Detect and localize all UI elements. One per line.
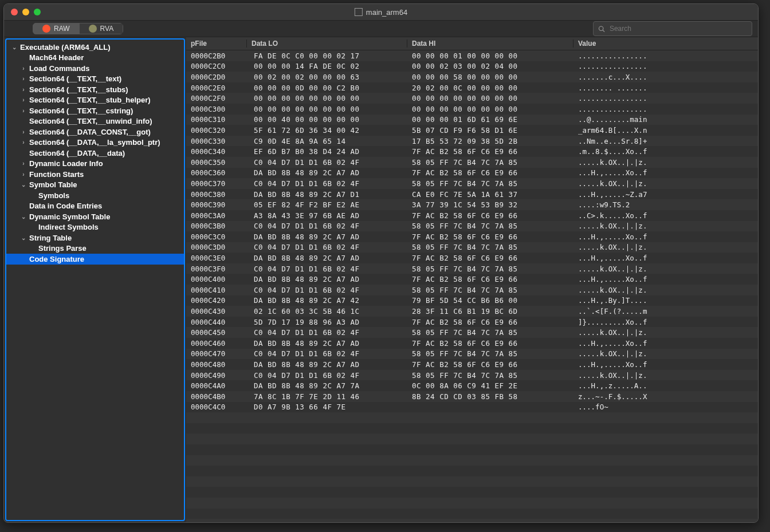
chevron-right-icon[interactable]: › <box>20 139 27 145</box>
table-row[interactable]: 0000C3D0C0 04 D7 D1 D1 6B 02 4F58 05 FF … <box>186 242 758 253</box>
table-row[interactable]: 0000C4C0D0 A7 9B 13 66 4F 7E....fO~ <box>186 402 758 413</box>
table-row[interactable]: 0000C30000 00 00 00 00 00 00 0000 00 00 … <box>186 104 758 115</box>
sidebar[interactable]: ⌄Executable (ARM64_ALL)Mach64 Header›Loa… <box>5 38 185 521</box>
cell-data-hi: 7F AC B2 58 6F C6 E9 66 <box>407 211 573 220</box>
tree-item[interactable]: Mach64 Header <box>6 53 184 64</box>
tree-item[interactable]: Symbols <box>6 190 184 201</box>
table-row[interactable]: 0000C330C9 0D 4E 8A 9A 65 1417 B5 53 72 … <box>186 136 758 147</box>
zoom-icon[interactable] <box>34 9 41 15</box>
table-row[interactable]: 0000C480DA BD 8B 48 89 2C A7 AD7F AC B2 … <box>186 359 758 370</box>
table-row[interactable] <box>186 444 758 455</box>
table-row[interactable]: 0000C4405D 7D 17 19 88 96 A3 AD7F AC B2 … <box>186 317 758 328</box>
table-row[interactable]: 0000C2E000 00 00 0D 00 00 C2 B020 02 00 … <box>186 82 758 93</box>
col-value[interactable]: Value <box>573 40 758 48</box>
raw-button[interactable]: RAW <box>33 23 80 34</box>
table-row[interactable]: 0000C43002 1C 60 03 3C 5B 46 1C28 3F 11 … <box>186 306 758 317</box>
tree-item[interactable]: ⌄Executable (ARM64_ALL) <box>6 42 184 53</box>
table-row[interactable] <box>186 423 758 434</box>
close-icon[interactable] <box>11 9 18 15</box>
table-row[interactable] <box>186 509 758 519</box>
tree-item[interactable]: ⌄Dynamic Symbol Table <box>6 211 184 222</box>
rva-button[interactable]: RVA <box>80 23 124 34</box>
chevron-down-icon[interactable]: ⌄ <box>20 235 27 241</box>
table-row[interactable]: 0000C360DA BD 8B 48 89 2C A7 AD7F AC B2 … <box>186 168 758 179</box>
tree-item[interactable]: ›Section64 (__DATA,__la_symbol_ptr) <box>6 137 184 148</box>
tree-item[interactable]: ⌄String Table <box>6 232 184 243</box>
table-row[interactable]: 0000C3A0A3 8A 43 3E 97 6B AE AD7F AC B2 … <box>186 210 758 221</box>
table-row[interactable]: 0000C380DA BD 8B 48 89 2C A7 D1CA E0 FC … <box>186 189 758 200</box>
chevron-right-icon[interactable]: › <box>20 160 27 167</box>
tree-item-label: Section64 (__TEXT,__stub_helper) <box>29 96 151 104</box>
table-row[interactable]: 0000C2D000 02 00 02 00 00 00 6300 00 00 … <box>186 72 758 82</box>
chevron-right-icon[interactable]: › <box>20 76 27 82</box>
table-row[interactable]: 0000C400DA BD 8B 48 89 2C A7 AD7F AC B2 … <box>186 274 758 285</box>
table-row[interactable]: 0000C3C0DA BD 8B 48 89 2C A7 AD7F AC B2 … <box>186 231 758 242</box>
chevron-right-icon[interactable]: › <box>20 86 27 93</box>
tree-item[interactable]: Strings Parse <box>6 243 184 254</box>
column-headers: pFile Data LO Data HI Value <box>186 37 758 50</box>
table-row[interactable]: 0000C39005 EF 82 4F F2 BF E2 AE3A 77 39 … <box>186 199 758 210</box>
chevron-right-icon[interactable]: › <box>20 129 27 135</box>
chevron-right-icon[interactable]: › <box>20 171 27 178</box>
chevron-down-icon[interactable]: ⌄ <box>20 214 27 220</box>
tree-item[interactable]: ›Load Commands <box>6 63 184 74</box>
chevron-down-icon[interactable]: ⌄ <box>20 182 27 188</box>
chevron-right-icon[interactable]: › <box>20 108 27 114</box>
cell-value: .m..8.$....Xo..f <box>573 147 758 156</box>
tree-item[interactable]: ›Dynamic Loader Info <box>6 159 184 170</box>
table-row[interactable]: 0000C340EF 6D B7 B0 38 D4 24 AD7F AC B2 … <box>186 146 758 157</box>
table-row[interactable]: 0000C370C0 04 D7 D1 D1 6B 02 4F58 05 FF … <box>186 178 758 189</box>
tree-item[interactable]: ⌄Symbol Table <box>6 180 184 191</box>
table-row[interactable]: 0000C2B0FA DE 0C C0 00 00 02 1700 00 00 … <box>186 50 758 61</box>
table-row[interactable] <box>186 466 758 476</box>
tree-item[interactable]: Code Signature <box>6 254 184 265</box>
table-row[interactable]: 0000C4A0DA BD 8B 48 89 2C A7 7A0C 00 8A … <box>186 380 758 391</box>
table-row[interactable]: 0000C31000 00 40 00 00 00 00 0000 00 00 … <box>186 115 758 125</box>
tree-item[interactable]: ›Section64 (__TEXT,__cstring) <box>6 105 184 116</box>
hex-rows[interactable]: 0000C2B0FA DE 0C C0 00 00 02 1700 00 00 … <box>186 50 758 522</box>
table-row[interactable]: 0000C420DA BD 8B 48 89 2C A7 4279 BF 5D … <box>186 295 758 306</box>
chevron-down-icon[interactable]: ⌄ <box>11 44 18 50</box>
table-row[interactable]: 0000C3205F 61 72 6D 36 34 00 425B 07 CD … <box>186 125 758 136</box>
table-row[interactable] <box>186 498 758 509</box>
tree-item[interactable]: Section64 (__TEXT,__unwind_info) <box>6 116 184 127</box>
tree-item[interactable]: ›Section64 (__TEXT,__text) <box>6 74 184 85</box>
table-row[interactable]: 0000C460DA BD 8B 48 89 2C A7 AD7F AC B2 … <box>186 338 758 349</box>
col-data-hi[interactable]: Data HI <box>407 40 573 48</box>
table-row[interactable] <box>186 476 758 487</box>
table-row[interactable]: 0000C3B0C0 04 D7 D1 D1 6B 02 4F58 05 FF … <box>186 221 758 232</box>
chevron-right-icon[interactable]: › <box>20 65 27 72</box>
table-row[interactable] <box>186 487 758 498</box>
tree-item[interactable]: Data in Code Entries <box>6 201 184 212</box>
tree-item[interactable]: Section64 (__DATA,__data) <box>6 148 184 159</box>
tree-item[interactable]: ›Section64 (__TEXT,__stub_helper) <box>6 95 184 106</box>
table-row[interactable] <box>186 412 758 423</box>
table-row[interactable]: 0000C410C0 04 D7 D1 D1 6B 02 4F58 05 FF … <box>186 285 758 295</box>
tree-item[interactable]: ›Function Starts <box>6 169 184 180</box>
table-row[interactable] <box>186 519 758 522</box>
cell-pfile: 0000C3E0 <box>186 254 247 262</box>
tree-item[interactable]: Indirect Symbols <box>6 222 184 233</box>
col-pfile[interactable]: pFile <box>186 40 247 48</box>
table-row[interactable]: 0000C350C0 04 D7 D1 D1 6B 02 4F58 05 FF … <box>186 157 758 168</box>
table-row[interactable]: 0000C3E0DA BD 8B 48 89 2C A7 AD7F AC B2 … <box>186 253 758 263</box>
table-row[interactable]: 0000C4B07A 8C 1B 7F 7E 2D 11 468B 24 CD … <box>186 391 758 402</box>
table-row[interactable]: 0000C2C000 00 00 14 FA DE 0C 0200 00 02 … <box>186 61 758 72</box>
cell-pfile: 0000C3F0 <box>186 265 247 273</box>
col-data-lo[interactable]: Data LO <box>247 40 407 48</box>
chevron-right-icon[interactable]: › <box>20 97 27 103</box>
tree-item[interactable]: ›Section64 (__TEXT,__stubs) <box>6 84 184 95</box>
search-field[interactable] <box>593 21 752 36</box>
table-row[interactable]: 0000C3F0C0 04 D7 D1 D1 6B 02 4F58 05 FF … <box>186 263 758 274</box>
cell-value: z...~-.F.$.....X <box>573 392 758 401</box>
search-input[interactable] <box>608 24 747 33</box>
table-row[interactable]: 0000C490C0 04 D7 D1 D1 6B 02 4F58 05 FF … <box>186 370 758 381</box>
table-row[interactable]: 0000C470C0 04 D7 D1 D1 6B 02 4F58 05 FF … <box>186 349 758 360</box>
minimize-icon[interactable] <box>22 9 29 15</box>
table-row[interactable]: 0000C2F000 00 00 00 00 00 00 0000 00 00 … <box>186 93 758 104</box>
table-row[interactable] <box>186 455 758 466</box>
table-row[interactable] <box>186 434 758 444</box>
table-row[interactable]: 0000C450C0 04 D7 D1 D1 6B 02 4F58 05 FF … <box>186 327 758 338</box>
cell-value: ...H.,.....Xo..f <box>573 275 758 283</box>
tree-item[interactable]: ›Section64 (__DATA_CONST,__got) <box>6 127 184 137</box>
